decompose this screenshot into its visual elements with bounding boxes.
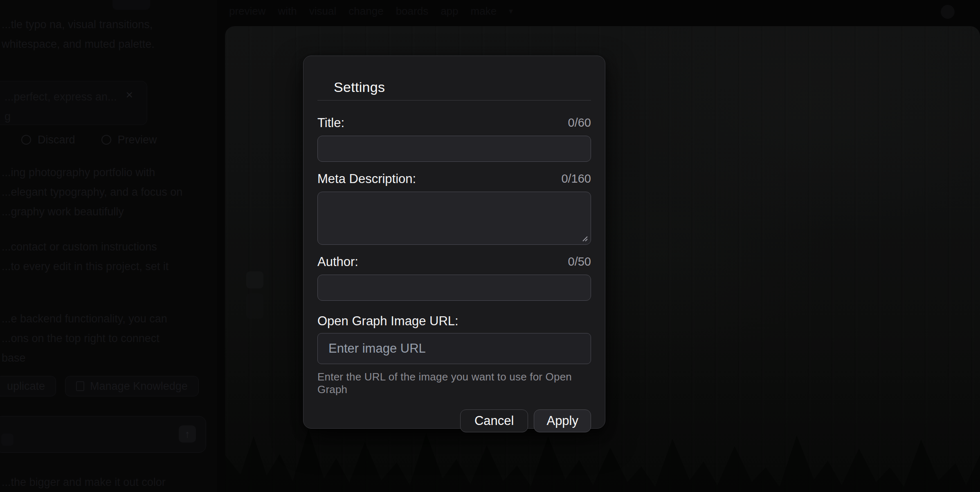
app-root: { "colors":{"page_bg":"#070708","sidebar… bbox=[0, 0, 980, 492]
title-counter: 0/60 bbox=[568, 116, 591, 129]
author-counter: 0/50 bbox=[568, 255, 591, 268]
og-image-url-field-wrap bbox=[317, 333, 591, 364]
cancel-button[interactable]: Cancel bbox=[460, 409, 528, 432]
dialog-button-row: Cancel Apply bbox=[317, 409, 591, 432]
title-label: Title: bbox=[317, 116, 344, 129]
meta-description-label: Meta Description: bbox=[317, 172, 416, 185]
author-label: Author: bbox=[317, 255, 358, 268]
og-image-url-label: Open Graph Image URL: bbox=[317, 315, 459, 327]
title-input[interactable] bbox=[317, 136, 591, 162]
author-input[interactable] bbox=[317, 275, 591, 301]
settings-dialog: Settings Title: 0/60 Meta Description: 0… bbox=[303, 56, 605, 429]
divider bbox=[317, 100, 591, 101]
apply-button[interactable]: Apply bbox=[534, 409, 591, 432]
title-field-wrap bbox=[317, 136, 591, 162]
author-field-wrap bbox=[317, 275, 591, 301]
field-label-row: Title: 0/60 bbox=[317, 116, 591, 129]
field-label-row: Meta Description: 0/160 bbox=[317, 172, 591, 185]
og-image-url-helper: Enter the URL of the image you want to u… bbox=[317, 371, 591, 396]
meta-description-counter: 0/160 bbox=[561, 172, 591, 185]
meta-description-textarea[interactable] bbox=[317, 192, 591, 245]
field-label-row: Open Graph Image URL: bbox=[317, 315, 591, 327]
resize-grip-icon[interactable] bbox=[581, 235, 588, 242]
dialog-title: Settings bbox=[317, 56, 591, 95]
og-image-url-input[interactable] bbox=[317, 333, 591, 364]
field-label-row: Author: 0/50 bbox=[317, 255, 591, 268]
meta-description-field-wrap bbox=[317, 192, 591, 245]
